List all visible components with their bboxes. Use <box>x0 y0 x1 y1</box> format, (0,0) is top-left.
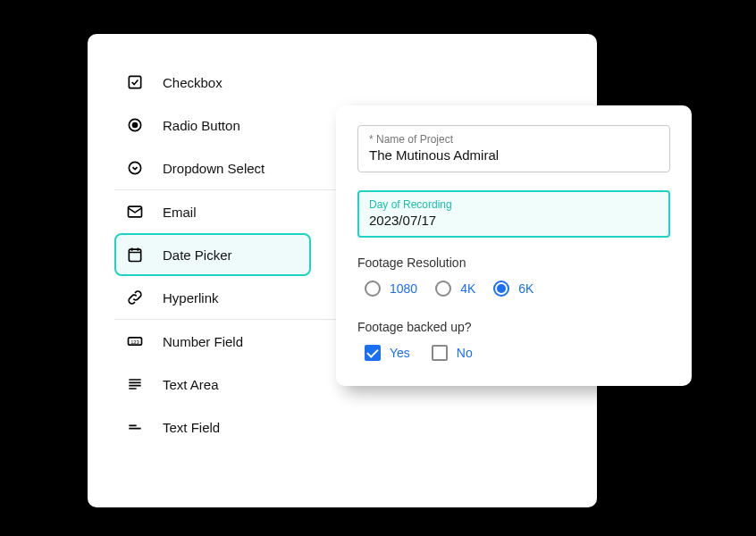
sidebar-item-dropdown[interactable]: Dropdown Select <box>114 147 311 189</box>
field-label: * Name of Project <box>369 133 659 146</box>
recording-date-field[interactable]: Day of Recording 2023/07/17 <box>357 190 670 238</box>
field-label: Day of Recording <box>369 198 659 211</box>
radio-label: 1080 <box>390 281 417 296</box>
sidebar-item-label: Hyperlink <box>163 290 219 306</box>
backup-options: Yes No <box>357 345 670 361</box>
link-icon <box>125 288 145 307</box>
number-icon: 123 <box>125 331 145 351</box>
svg-rect-0 <box>129 76 140 88</box>
field-value: 2023/07/17 <box>369 213 659 228</box>
checkbox-yes[interactable] <box>365 345 381 361</box>
calendar-icon <box>125 245 145 264</box>
textfield-icon <box>125 417 145 437</box>
sidebar-item-label: Text Area <box>163 377 219 392</box>
sidebar-item-label: Date Picker <box>163 247 232 263</box>
sidebar-item-label: Dropdown Select <box>163 161 265 176</box>
sidebar-item-hyperlink[interactable]: Hyperlink <box>114 276 311 319</box>
dropdown-icon <box>125 158 145 178</box>
sidebar-item-checkbox[interactable]: Checkbox <box>114 61 311 104</box>
radio-icon <box>125 115 145 135</box>
form-preview-panel: * Name of Project The Mutinous Admiral D… <box>336 105 692 386</box>
backup-label: Footage backed up? <box>357 320 670 334</box>
sidebar-item-email[interactable]: Email <box>114 190 311 233</box>
svg-point-2 <box>132 122 139 129</box>
sidebar-item-label: Checkbox <box>163 75 223 90</box>
project-name-field[interactable]: * Name of Project The Mutinous Admiral <box>357 125 670 172</box>
resolution-label: Footage Resolution <box>357 255 670 270</box>
sidebar-item-number[interactable]: 123 Number Field <box>114 320 311 363</box>
sidebar-item-textfield[interactable]: Text Field <box>114 406 311 448</box>
sidebar-item-label: Number Field <box>163 334 243 349</box>
svg-text:123: 123 <box>130 339 139 345</box>
field-value: The Mutinous Admiral <box>369 147 659 163</box>
check-label: No <box>457 346 473 360</box>
checkbox-icon <box>125 72 145 92</box>
svg-point-3 <box>129 162 140 173</box>
textarea-icon <box>125 374 145 394</box>
radio-label: 4K <box>460 281 475 296</box>
radio-6k[interactable] <box>493 281 509 297</box>
radio-label: 6K <box>518 281 533 296</box>
checkbox-no[interactable] <box>432 345 448 361</box>
sidebar-item-radio[interactable]: Radio Button <box>114 104 311 147</box>
radio-4k[interactable] <box>435 281 451 297</box>
sidebar-item-label: Email <box>163 205 197 220</box>
radio-1080[interactable] <box>365 281 381 297</box>
sidebar-item-date[interactable]: Date Picker <box>114 233 311 276</box>
resolution-options: 1080 4K 6K <box>357 281 670 297</box>
sidebar-item-label: Text Field <box>163 420 220 435</box>
check-label: Yes <box>390 346 410 360</box>
sidebar-item-label: Radio Button <box>163 118 240 133</box>
sidebar-item-textarea[interactable]: Text Area <box>114 363 311 406</box>
svg-rect-5 <box>129 249 140 261</box>
email-icon <box>125 202 145 222</box>
